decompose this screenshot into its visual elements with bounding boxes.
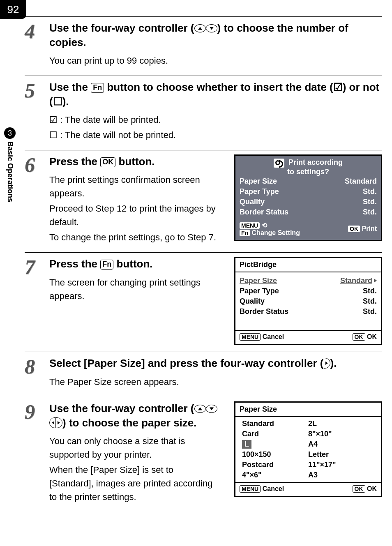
fn-chip: Fn (240, 230, 250, 236)
text: Select [Paper Size] and press the four-w… (49, 357, 324, 369)
lcd-footer: MENU ⟲ Fn Change Setting OK Print (235, 220, 381, 240)
list-item: 8"×10" (308, 430, 374, 438)
text: ). (330, 357, 337, 369)
lcd-title: PictBridge (235, 258, 381, 271)
lcd-header: Print accordingto settings? (240, 158, 377, 176)
right-icon (324, 358, 330, 369)
step-title: Use the Fn button to choose whether to i… (49, 80, 382, 109)
text: Print (362, 225, 377, 232)
ok-chip: OK (348, 226, 360, 232)
text: to settings? (287, 168, 329, 176)
lcd-pictbridge: PictBridge Paper SizeStandard Paper Type… (234, 257, 382, 345)
page-content: 4 Use the four-way controller () to choo… (25, 16, 382, 505)
step-title: Press the OK button. (49, 154, 218, 169)
list-item: 4"×6" (242, 471, 308, 479)
page-number-tab: 92 (0, 0, 26, 19)
ok-button-glyph: OK (100, 157, 115, 167)
step-number: 9 (25, 401, 49, 505)
step-title: Select [Paper Size] and press the four-w… (49, 356, 382, 371)
step-5: 5 Use the Fn button to choose whether to… (25, 76, 382, 143)
step-7: 7 Press the Fn button. The screen for ch… (25, 252, 382, 345)
text: ). (62, 95, 69, 108)
fn-button-glyph: Fn (91, 83, 104, 93)
menu-chip: MENU (240, 222, 260, 229)
menu-chip: MENU (240, 333, 261, 341)
step-text: Proceed to Step 12 to print the images b… (49, 202, 218, 229)
table-row: QualityStd. (240, 296, 377, 306)
checkbox-empty-icon (49, 130, 58, 140)
text: Cancel (263, 333, 284, 340)
text: Change Setting (252, 229, 300, 236)
step-text: The print settings confirmation screen a… (49, 173, 218, 200)
step-body-text: You can print up to 99 copies. (49, 54, 382, 67)
text: ) to choose the paper size. (62, 417, 197, 429)
step-number: 4 (25, 21, 49, 69)
table-row: Paper TypeStd. (240, 187, 377, 197)
step-number: 7 (25, 257, 49, 345)
step-text: When the [Paper Size] is set to [Standar… (49, 463, 218, 504)
text: OK (367, 333, 377, 340)
table-row: QualityStd. (240, 197, 377, 207)
table-row: Paper SizeStandard (240, 176, 377, 187)
checkbox-empty-icon (53, 95, 62, 108)
step-number: 8 (25, 356, 49, 390)
list-item: Letter (308, 450, 374, 459)
text: Use the (49, 81, 91, 93)
right-icon (56, 417, 62, 428)
left-icon (49, 417, 56, 428)
list-item: 100×150 (242, 450, 308, 459)
lcd-footer: MENU Cancel OK OK (235, 332, 381, 344)
lcd-title: Paper Size (235, 403, 381, 415)
step-line: : The date will be printed. (49, 113, 382, 127)
text: Use the four-way controller ( (49, 22, 194, 34)
arrow-right-icon (374, 279, 377, 283)
step-line: : The date will not be printed. (49, 128, 382, 142)
list-item: 2L (308, 419, 374, 428)
ok-chip: OK (353, 485, 365, 493)
lcd-settings-table: Paper SizeStandard Paper TypeStd. Qualit… (240, 176, 377, 217)
text: : The date will not be printed. (58, 130, 176, 140)
list-item: Postcard (242, 461, 308, 469)
step-text: The screen for changing print settings a… (49, 276, 218, 303)
checkbox-checked-icon (49, 115, 58, 125)
table-row: Paper SizeStandard (240, 276, 377, 286)
list-item-selected: L (242, 440, 308, 449)
list-item: Standard (242, 419, 308, 428)
page-number: 92 (7, 3, 19, 16)
text: Cancel (263, 485, 284, 492)
menu-chip: MENU (240, 485, 261, 493)
step-6: 6 Press the OK button. The print setting… (25, 150, 382, 246)
step-text: You can only choose a size that is suppo… (49, 434, 218, 461)
text: Press the (49, 258, 100, 270)
table-row: Border StatusStd. (240, 306, 377, 317)
lcd-print-confirm: Print accordingto settings? Paper SizeSt… (234, 154, 382, 241)
text: Use the four-way controller ( (49, 402, 194, 415)
ok-chip: OK (353, 333, 365, 341)
lcd-paper-size: Paper Size Standard2L Card8"×10" LA4 100… (234, 401, 382, 497)
fn-button-glyph: Fn (100, 260, 113, 270)
step-number: 6 (25, 154, 49, 246)
list-item: A3 (308, 471, 374, 479)
paper-size-grid: Standard2L Card8"×10" LA4 100×150Letter … (235, 418, 381, 481)
checkbox-checked-icon (333, 81, 343, 93)
step-title: Use the four-way controller () to choose… (49, 401, 218, 430)
step-text: The Paper Size screen appears. (49, 375, 382, 389)
text: button to choose whether to insert the d… (104, 81, 333, 93)
section-label: Basic Operations (6, 141, 14, 202)
list-item: Card (242, 430, 308, 438)
table-row: Paper TypeStd. (240, 286, 377, 296)
text: Print according (288, 158, 343, 166)
lcd-footer: MENU Cancel OK OK (235, 484, 381, 496)
down-icon (206, 405, 217, 413)
text: button. (115, 155, 154, 168)
up-icon (194, 24, 206, 32)
step-text: To change the print settings, go to Step… (49, 230, 218, 244)
down-icon (206, 24, 217, 32)
step-title: Use the four-way controller () to choose… (49, 21, 382, 50)
text: Press the (49, 155, 100, 168)
up-icon (194, 405, 206, 413)
list-item: A4 (308, 440, 374, 449)
list-item: 11"×17" (308, 461, 374, 469)
table-row: Border StatusStd. (240, 207, 377, 217)
text: : The date will be printed. (58, 115, 161, 125)
